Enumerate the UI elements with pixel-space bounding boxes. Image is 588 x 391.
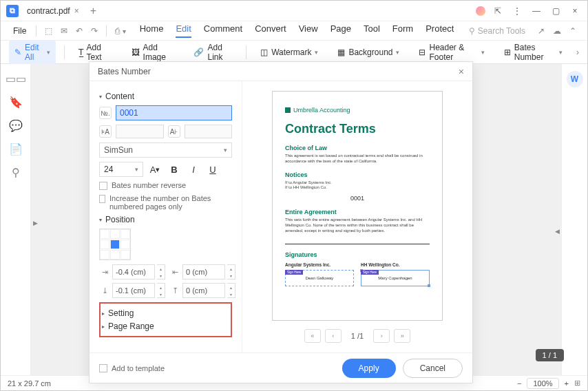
font-size-select[interactable]: 24 ▾ [99,162,143,177]
spinner[interactable]: ▴▾ [157,264,165,279]
pager-prev-button[interactable]: ‹ [325,329,342,343]
share-icon[interactable]: ⇱ [491,4,505,18]
suffix-icon[interactable]: A⊦ [168,125,180,138]
spinner[interactable]: ▴▾ [227,264,235,279]
preview-section-3: Entire Agreement [285,209,430,215]
offset-x2-icon: ⇤ [169,266,180,277]
italic-button[interactable]: I [186,162,201,177]
sign-here-tag: Sign Here [361,270,379,275]
bates-number-input[interactable] [116,105,232,120]
tab-view[interactable]: View [299,23,318,38]
fit-page-icon[interactable]: ⊞ [574,379,580,388]
word-export-icon[interactable]: W [567,71,583,87]
spinner[interactable]: ▴▾ [157,283,165,298]
zoom-out-button[interactable]: − [517,379,521,388]
add-link-label: Add Link [207,43,232,62]
account-icon[interactable] [476,6,485,16]
offset-x2-input[interactable] [182,264,225,279]
tab-form[interactable]: Form [392,23,413,38]
document-tab[interactable]: contract.pdf × [19,1,87,21]
file-menu[interactable]: File [9,26,30,36]
comment-icon[interactable]: 💬 [10,119,22,131]
add-to-template-checkbox[interactable]: Add to template [99,363,165,372]
tab-tool[interactable]: Tool [364,23,380,38]
window-close-icon[interactable]: × [568,4,582,18]
apply-button[interactable]: Apply [342,359,396,378]
right-scroll-handle[interactable]: ◀ [555,228,560,235]
page-range-section-header[interactable]: ▸Page Range [102,321,229,331]
setting-label: Setting [108,308,134,318]
close-icon[interactable]: × [74,6,79,16]
edit-all-button[interactable]: ✎ Edit All ▾ [9,40,56,65]
cancel-button[interactable]: Cancel [403,359,463,378]
preview-section-1: Choice of Law [285,145,430,151]
bold-button[interactable]: B [167,162,182,177]
open-icon[interactable]: ⬚ [42,26,55,36]
offset-x-input[interactable] [112,264,155,279]
position-center[interactable] [110,240,120,249]
tab-comment[interactable]: Comment [204,23,242,38]
search-icon: ⚲ [469,26,475,36]
cloud-icon[interactable]: ☁ [550,26,564,36]
chevron-down-icon: ▾ [135,166,138,173]
external-icon[interactable]: ↗ [535,26,547,36]
add-image-label: Add Image [143,43,175,62]
link-icon: 🔗 [193,47,204,57]
tab-page[interactable]: Page [330,23,351,38]
setting-section-header[interactable]: ▸Setting [102,308,229,318]
header-footer-icon: ⊟ [419,47,426,57]
position-grid[interactable] [99,229,131,260]
tab-home[interactable]: Home [140,23,164,38]
position-section-header[interactable]: ▾Position [99,215,232,224]
dialog-header: Bates Number × [90,62,472,81]
font-select[interactable]: SimSun ▾ [99,142,232,158]
pager-first-button[interactable]: « [304,329,321,343]
toolbar-overflow-icon[interactable]: › [576,47,579,57]
spinner[interactable]: ▴▾ [227,283,235,298]
prefix-icon[interactable]: ⊧A [99,125,112,138]
reverse-checkbox-row[interactable]: Bates number reverse [99,181,232,190]
pager-next-button[interactable]: › [373,329,390,343]
font-color-button[interactable]: A▾ [147,162,162,177]
triangle-down-icon: ▾ [99,94,102,100]
background-label: Background [348,47,392,57]
mail-icon[interactable]: ✉ [58,26,70,36]
header-footer-label: Header & Footer [429,43,477,62]
tab-protect[interactable]: Protect [426,23,454,38]
left-scroll-handle[interactable]: ▶ [33,220,40,233]
offset-y-input[interactable] [112,283,155,298]
triangle-right-icon: ▸ [102,310,105,317]
prefix-input[interactable] [116,125,164,138]
search-tools[interactable]: ⚲ Search Tools [469,26,525,36]
bates-number-button[interactable]: ⊞Bates Number▾ [498,40,568,65]
undo-icon[interactable]: ↶ [73,26,85,36]
zoom-level[interactable]: 100% [527,378,558,389]
print-icon[interactable]: ⎙ ▾ [112,26,128,36]
underline-button[interactable]: U [205,162,220,177]
bookmark-icon[interactable]: 🔖 [10,96,22,108]
watermark-button[interactable]: ◫Watermark▾ [255,45,324,60]
more-icon[interactable]: ⋮ [510,4,524,18]
content-section-header[interactable]: ▾Content [99,92,232,101]
collapse-icon[interactable]: ⌃ [567,26,579,36]
watermark-icon: ◫ [260,47,268,57]
thumbnails-icon[interactable]: ▭▭ [10,72,22,85]
number-format-icon[interactable]: №. [99,107,112,119]
offset-y2-input[interactable] [182,283,225,298]
search-panel-icon[interactable]: ⚲ [10,166,22,178]
redo-icon[interactable]: ↷ [88,26,101,36]
tab-edit[interactable]: Edit [176,23,191,38]
pager-last-button[interactable]: » [394,329,410,343]
increase-checkbox-row[interactable]: Increase the number on Bates numbered pa… [99,194,232,211]
background-button[interactable]: ▦Background▾ [332,45,405,60]
signature-field-1: Sign HereDean Galloway [285,270,354,286]
minimize-icon[interactable]: — [529,4,543,18]
dialog-close-button[interactable]: × [459,66,464,77]
suffix-input[interactable] [185,125,233,138]
attachment-icon[interactable]: 📄 [10,142,22,155]
bates-number-dialog: Bates Number × ▾Content №. ⊧A A⊦ SimSun … [89,61,473,383]
add-tab-button[interactable]: + [90,5,96,17]
tab-convert[interactable]: Convert [255,23,286,38]
zoom-in-button[interactable]: + [565,379,569,388]
maximize-icon[interactable]: ▢ [549,4,563,18]
